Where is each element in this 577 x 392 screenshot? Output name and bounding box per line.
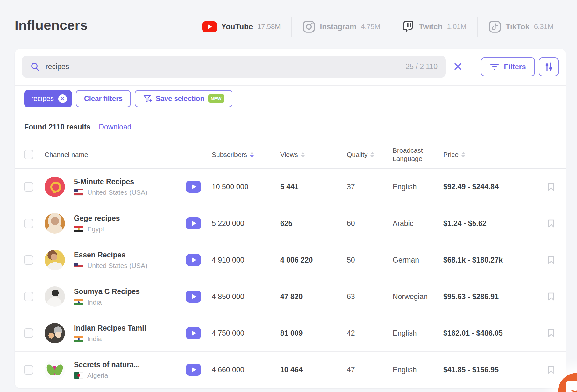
tab-youtube[interactable]: YouTube 17.58M [191,21,291,32]
channel-avatar [45,323,65,343]
channel-avatar [45,286,65,307]
page-title: Influencers [15,18,88,33]
tab-tiktok[interactable]: TikTok 6.31M [478,20,564,33]
country-flag-icon [74,336,83,342]
youtube-icon [202,21,217,32]
divider [15,114,566,114]
sort-icon [301,152,305,158]
price-value: $92.49 - $244.84 [443,183,548,191]
table-row[interactable]: Soumya C Recipes India 4 850 000 47 820 … [15,278,566,315]
table-row[interactable]: 5-Minute Recipes United States (USA) 10 … [15,169,566,205]
sliders-icon [543,61,554,72]
save-selection-button[interactable]: Save selection NEW [135,90,232,107]
row-checkbox[interactable] [24,255,33,265]
tab-instagram[interactable]: Instagram 4.75M [292,20,391,33]
twitch-icon [402,20,414,33]
results-card: 25 / 2 110 Filters recipes Clear filters [15,49,566,388]
language-value: English [393,183,443,191]
search-input[interactable] [46,62,400,71]
results-summary: Found 2110 results [24,123,90,131]
select-all-checkbox[interactable] [24,150,33,159]
channel-name[interactable]: Gege recipes [74,214,186,223]
column-header-language: Broadcast Language [393,146,443,163]
country-name: Egypt [87,225,104,233]
bookmark-icon[interactable] [548,182,566,191]
new-badge: NEW [208,94,224,103]
youtube-play-button[interactable] [186,181,201,193]
search-settings-button[interactable] [539,57,559,76]
column-header-views[interactable]: Views [280,151,347,158]
subscribers-value: 4 910 000 [212,256,280,264]
table-row[interactable]: Secrets of natura... Algeria 4 660 000 1… [15,352,566,388]
subscribers-value: 4 750 000 [212,329,280,338]
country-name: Algeria [87,372,108,379]
table-row[interactable]: Gege recipes Egypt 5 220 000 625 60 Arab… [15,205,566,242]
clear-filters-label: Clear filters [84,94,123,103]
row-checkbox[interactable] [24,182,33,192]
row-checkbox[interactable] [24,292,33,301]
tab-label: YouTube [221,22,253,31]
table-header: Channel name Subscribers Views Quality B… [15,141,566,169]
country-name: India [87,298,102,306]
youtube-play-button[interactable] [186,217,201,229]
row-checkbox[interactable] [24,328,33,338]
channel-name[interactable]: Indian Recipes Tamil [74,324,186,332]
channel-name[interactable]: 5-Minute Recipes [74,178,186,186]
channel-name[interactable]: Essen Recipes [74,251,186,259]
quality-value: 42 [347,329,393,338]
tab-twitch[interactable]: Twitch 1.01M [391,20,477,33]
table-row[interactable]: Essen Recipes United States (USA) 4 910 … [15,242,566,278]
bookmark-icon[interactable] [548,219,566,228]
bookmark-icon[interactable] [548,329,566,338]
filters-label: Filters [504,63,526,71]
close-icon [453,62,462,71]
country-name: India [87,335,102,343]
quality-value: 37 [347,183,393,191]
channel-name[interactable]: Soumya C Recipes [74,287,186,296]
sort-icon [250,152,254,158]
filters-button[interactable]: Filters [481,57,535,76]
tiktok-icon [488,20,501,33]
tab-count: 4.75M [361,23,380,31]
channel-avatar [45,360,65,380]
channel-avatar [45,250,65,270]
youtube-play-button[interactable] [186,254,201,266]
bookmark-icon[interactable] [548,365,566,374]
subscribers-value: 10 500 000 [212,183,280,191]
channel-avatar [45,213,65,234]
subscribers-value: 4 660 000 [212,366,280,374]
results-summary-row: Found 2110 results Download [24,123,132,131]
price-value: $95.63 - $286.91 [443,292,548,301]
filter-chip-recipes[interactable]: recipes [24,90,72,107]
download-link[interactable]: Download [99,123,131,131]
quality-value: 50 [347,256,393,264]
row-checkbox[interactable] [24,365,33,374]
bookmark-icon[interactable] [548,256,566,264]
youtube-play-button[interactable] [186,290,201,303]
channel-avatar [45,177,65,197]
chip-label: recipes [31,94,54,103]
bookmark-icon[interactable] [548,292,566,301]
table-row[interactable]: Indian Recipes Tamil India 4 750 000 81 … [15,315,566,352]
tab-count: 17.58M [257,23,281,31]
youtube-play-button[interactable] [186,327,201,339]
column-header-quality[interactable]: Quality [347,151,393,158]
country-flag-icon [74,189,83,196]
active-filters-row: recipes Clear filters Save selection NEW [24,90,232,107]
search-bar: 25 / 2 110 [22,56,446,78]
views-value: 81 009 [280,329,347,338]
country-name: United States (USA) [87,262,147,270]
price-value: $162.01 - $486.05 [443,329,548,338]
clear-filters-button[interactable]: Clear filters [76,90,131,107]
clear-search-button[interactable] [452,61,464,72]
column-header-subscribers[interactable]: Subscribers [212,151,280,158]
column-header-price[interactable]: Price [443,151,548,158]
remove-chip-icon[interactable] [58,94,67,103]
tab-label: Instagram [320,22,356,31]
views-value: 10 464 [280,366,347,374]
tab-label: Twitch [419,22,442,31]
table-body: 5-Minute Recipes United States (USA) 10 … [15,169,566,388]
row-checkbox[interactable] [24,219,33,228]
channel-name[interactable]: Secrets of natura... [74,360,186,369]
youtube-play-button[interactable] [186,364,201,376]
